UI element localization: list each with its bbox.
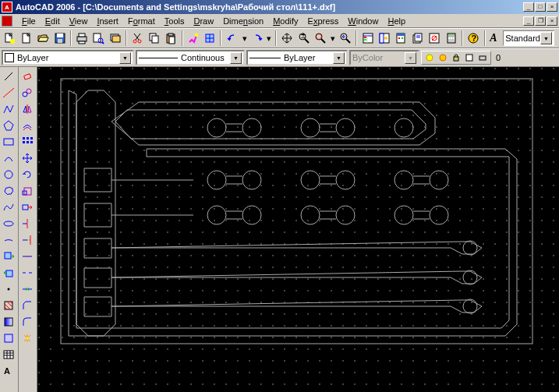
layer-plot-icon[interactable]: [476, 51, 489, 64]
menu-tools[interactable]: Tools: [160, 15, 189, 27]
break-button[interactable]: [19, 264, 36, 281]
menu-dimension[interactable]: Dimension: [218, 15, 268, 27]
text-style-combo[interactable]: Standard ▼: [503, 30, 554, 46]
ellipse-arc-button[interactable]: [0, 231, 17, 248]
undo-dropdown[interactable]: ▾: [241, 30, 248, 47]
line-button[interactable]: [0, 68, 17, 84]
menu-view[interactable]: View: [65, 15, 93, 27]
scale-button[interactable]: [19, 182, 36, 199]
spline-button[interactable]: [0, 199, 17, 215]
text-style-dropdown[interactable]: ▼: [540, 32, 552, 44]
menu-edit[interactable]: Edit: [41, 15, 65, 27]
undo-button[interactable]: [224, 30, 239, 47]
mdi-close-button[interactable]: ×: [547, 16, 557, 26]
explode-button[interactable]: [19, 330, 36, 346]
match-props-button[interactable]: [186, 30, 201, 47]
minimize-button[interactable]: _: [523, 2, 534, 12]
hatch-button[interactable]: [0, 297, 17, 313]
extend-button[interactable]: [19, 231, 36, 248]
maximize-button[interactable]: □: [535, 2, 546, 12]
polygon-button[interactable]: [0, 117, 17, 133]
table-button[interactable]: [0, 346, 17, 362]
erase-button[interactable]: [19, 68, 36, 84]
properties-button[interactable]: [359, 30, 375, 47]
linetype-combo[interactable]: Continuous ▼: [136, 50, 245, 65]
menu-format[interactable]: Format: [123, 15, 160, 27]
pan-button[interactable]: [279, 30, 295, 47]
make-block-button[interactable]: [0, 264, 17, 281]
new-button[interactable]: [18, 30, 34, 47]
zoom-realtime-button[interactable]: ±: [296, 30, 312, 47]
move-button[interactable]: [19, 150, 36, 166]
construction-line-button[interactable]: [0, 84, 17, 101]
rotate-button[interactable]: [19, 166, 36, 182]
help-button[interactable]: ?: [465, 30, 481, 47]
svg-line-31: [321, 39, 325, 43]
region-button[interactable]: [0, 330, 17, 346]
layer-freeze-icon[interactable]: [437, 51, 449, 64]
mtext-button[interactable]: A: [0, 362, 17, 379]
paste-button[interactable]: [163, 30, 179, 47]
zoom-dropdown[interactable]: ▾: [329, 30, 336, 47]
copy-button[interactable]: [147, 30, 162, 47]
menu-express[interactable]: Express: [303, 15, 344, 27]
close-button[interactable]: ×: [547, 2, 557, 12]
design-center-button[interactable]: [377, 30, 392, 47]
menu-file[interactable]: File: [17, 15, 41, 27]
arc-button[interactable]: [0, 150, 17, 166]
tool-palettes-button[interactable]: [393, 30, 409, 47]
layer-combo[interactable]: ByLayer ▼: [2, 50, 134, 65]
open-button[interactable]: [35, 30, 51, 47]
lineweight-dropdown[interactable]: ▼: [333, 52, 345, 64]
stretch-button[interactable]: [19, 199, 36, 215]
plot-button[interactable]: [74, 30, 90, 47]
zoom-previous-button[interactable]: [338, 30, 353, 47]
publish-button[interactable]: [108, 30, 123, 47]
fillet-button[interactable]: [19, 313, 36, 330]
menu-help[interactable]: Help: [383, 15, 410, 27]
mirror-button[interactable]: [19, 101, 36, 117]
plot-preview-button[interactable]: [90, 30, 106, 47]
trim-button[interactable]: [19, 215, 36, 231]
cut-button[interactable]: [129, 30, 145, 47]
layer-dropdown[interactable]: ▼: [119, 52, 131, 64]
markup-button[interactable]: [426, 30, 442, 47]
lineweight-combo[interactable]: ByLayer ▼: [246, 50, 348, 65]
block-editor-button[interactable]: [202, 30, 218, 47]
menu-insert[interactable]: Insert: [92, 15, 123, 27]
offset-button[interactable]: [19, 117, 36, 133]
gradient-button[interactable]: [0, 313, 17, 330]
linetype-dropdown[interactable]: ▼: [230, 52, 242, 64]
drawing-canvas[interactable]: [37, 67, 559, 392]
redo-button[interactable]: [249, 30, 264, 47]
zoom-window-button[interactable]: [313, 30, 328, 47]
break-at-point-button[interactable]: [19, 248, 36, 264]
save-button[interactable]: [51, 30, 67, 47]
properties-toolbar: ByLayer ▼ Continuous ▼ ByLayer ▼ ByColor…: [0, 48, 559, 67]
circle-button[interactable]: [0, 166, 17, 182]
redo-dropdown[interactable]: ▾: [266, 30, 273, 47]
ellipse-button[interactable]: [0, 215, 17, 231]
array-button[interactable]: [19, 133, 36, 150]
polyline-button[interactable]: [0, 101, 17, 117]
menu-draw[interactable]: Draw: [189, 15, 218, 27]
qnew-button[interactable]: [2, 30, 17, 47]
revision-cloud-button[interactable]: [0, 182, 17, 199]
layer-color-icon[interactable]: [463, 51, 476, 64]
layer-lock-icon[interactable]: [450, 51, 462, 64]
copy-obj-button[interactable]: [19, 84, 36, 101]
layer-on-icon[interactable]: [423, 51, 436, 64]
join-button[interactable]: [19, 281, 36, 297]
menu-window[interactable]: Window: [343, 15, 383, 27]
rectangle-button[interactable]: [0, 133, 17, 150]
quickcalc-button[interactable]: [444, 30, 459, 47]
sheet-set-button[interactable]: [410, 30, 426, 47]
chamfer-button[interactable]: [19, 297, 36, 313]
insert-block-button[interactable]: [0, 248, 17, 264]
menu-modify[interactable]: Modify: [268, 15, 302, 27]
drawing-content: [37, 67, 559, 392]
mdi-minimize-button[interactable]: _: [523, 16, 534, 26]
mdi-restore-button[interactable]: ❐: [535, 16, 546, 26]
doc-icon[interactable]: [2, 16, 12, 26]
point-button[interactable]: [0, 281, 17, 297]
